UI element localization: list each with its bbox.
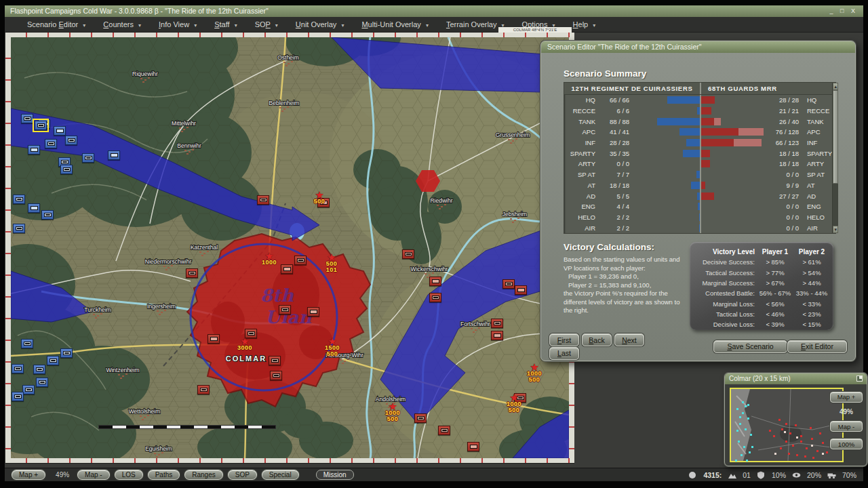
blue-unit-counter[interactable] <box>60 348 73 358</box>
red-unit-counter[interactable] <box>438 426 450 435</box>
minimap-title-bar[interactable]: Colmar (20 x 15 km) <box>725 373 867 384</box>
red-unit-counter[interactable] <box>294 256 307 265</box>
blue-unit-counter[interactable] <box>21 114 33 123</box>
dialog-button-row: FirstBackNextLast Save Scenario Exit Edi… <box>549 340 847 353</box>
menu-item-sop[interactable]: SOP ▾ <box>246 20 287 28</box>
menu-item-counters[interactable]: Counters ▾ <box>94 20 150 28</box>
menu-item-unit-overlay[interactable]: Unit Overlay ▾ <box>287 20 353 28</box>
paths-button[interactable]: Paths <box>148 470 180 480</box>
blue-unit-counter[interactable] <box>47 356 59 365</box>
menu-item-multi-unit-overlay[interactable]: Multi-Unit Overlay ▾ <box>353 20 437 28</box>
red-unit-counter[interactable] <box>269 356 281 365</box>
tank-unit-symbol-icon <box>271 359 279 363</box>
victory-table-row: Marginal Success:> 67%> 44% <box>692 278 828 288</box>
red-unit-counter[interactable] <box>257 195 269 205</box>
map--button[interactable]: Map + <box>12 470 45 480</box>
blue-unit-counter[interactable] <box>60 165 73 174</box>
save-scenario-button[interactable]: Save Scenario <box>713 340 787 353</box>
map--button[interactable]: Map - <box>77 470 110 480</box>
scroll-up-icon[interactable]: ▲ <box>833 83 838 90</box>
blue-unit-counter[interactable] <box>82 153 94 163</box>
sop-button[interactable]: SOP <box>228 470 257 480</box>
red-unit-counter[interactable] <box>270 371 282 380</box>
red-unit-counter[interactable] <box>491 319 503 328</box>
minimap-blue-unit-dot <box>747 404 749 406</box>
victory-point-marker: ★1000 <box>257 252 281 266</box>
chevron-down-icon: ▾ <box>593 22 595 28</box>
red-unit-counter[interactable] <box>429 277 441 286</box>
red-unit-counter[interactable] <box>467 442 479 451</box>
scrollbar-thumb[interactable] <box>833 90 838 184</box>
red-unit-counter[interactable] <box>208 334 220 344</box>
table-scrollbar[interactable]: ▲ ▼ <box>832 83 838 233</box>
victory-table-row: Decisive Success:> 85%> 61% <box>692 257 828 267</box>
blue-unit-counter[interactable] <box>22 385 35 394</box>
dialog-title-bar[interactable]: Scenario Editor "The Ride of the 12th Cu… <box>541 41 855 53</box>
back-button[interactable]: Back <box>582 333 612 346</box>
minimap-zoom-out-button[interactable]: Map - <box>830 421 863 432</box>
minimize-icon[interactable]: _ <box>830 7 836 14</box>
minimap-hq-dot <box>774 453 776 455</box>
red-unit-counter[interactable] <box>502 279 515 289</box>
blue-unit-counter[interactable] <box>45 139 57 148</box>
blue-unit-counter[interactable] <box>41 210 54 220</box>
minimap-zoom-reset-button[interactable]: 100% <box>830 439 863 449</box>
menu-item-info-view[interactable]: Info View ▾ <box>150 20 205 28</box>
los-button[interactable]: LOS <box>115 470 143 480</box>
force-table-header: 12TH REGIMENT DE CUIRASSIERS 68TH GUARDS… <box>564 83 832 95</box>
minimap-thumbnail[interactable] <box>730 388 844 462</box>
red-unit-counter[interactable] <box>491 331 503 340</box>
map-ruler-left <box>5 37 11 458</box>
minimap-zoom-in-button[interactable]: Map + <box>830 392 863 403</box>
red-unit-counter[interactable] <box>279 305 291 314</box>
minimap-red-unit-dot <box>816 450 818 452</box>
blue-unit-counter[interactable] <box>108 150 120 160</box>
blue-unit-counter[interactable] <box>36 378 48 387</box>
red-unit-counter[interactable] <box>307 307 319 317</box>
bottom-toolbar: Map +49%Map -LOSPathsRangesSOPSpecial Mi… <box>5 468 863 481</box>
close-icon[interactable]: X <box>851 7 858 14</box>
red-unit-counter[interactable] <box>186 268 198 278</box>
hq-unit-symbol-icon <box>273 373 280 378</box>
tank-unit-symbol-icon <box>417 416 425 420</box>
blue-unit-counter[interactable] <box>28 203 40 213</box>
minimap-red-unit-dot <box>780 447 782 449</box>
minimap-red-unit-dot <box>812 457 814 459</box>
exit-editor-button[interactable]: Exit Editor <box>787 340 847 353</box>
hq-unit-symbol-icon <box>37 123 45 127</box>
blue-unit-counter[interactable] <box>13 224 25 233</box>
red-unit-counter[interactable] <box>281 264 293 274</box>
first-button[interactable]: First <box>549 333 579 346</box>
red-unit-counter[interactable] <box>429 293 441 302</box>
blue-unit-counter[interactable] <box>33 365 45 374</box>
red-unit-counter[interactable] <box>402 249 414 259</box>
mission-toggle-button[interactable]: Mission <box>316 470 354 480</box>
tank-unit-symbol-icon <box>200 388 208 392</box>
blue-unit-counter[interactable] <box>35 121 47 130</box>
blue-unit-counter[interactable] <box>12 392 24 401</box>
last-button[interactable]: Last <box>549 347 579 360</box>
minimap-blue-unit-dot <box>745 405 747 407</box>
maximize-icon[interactable]: □ <box>840 7 846 14</box>
blue-unit-counter[interactable] <box>13 195 25 204</box>
menu-item-scenario-editor[interactable]: Scenario Editor ▾ <box>18 20 94 28</box>
blue-unit-counter[interactable] <box>28 145 40 155</box>
window-controls[interactable]: _ □ X <box>830 5 859 17</box>
minimap-blue-unit-dot <box>749 451 751 453</box>
victory-table-row: Marginal Loss:< 56%< 33% <box>692 298 828 308</box>
red-unit-counter[interactable] <box>515 285 527 295</box>
minimap-red-unit-dot <box>781 428 783 430</box>
scroll-down-icon[interactable]: ▼ <box>833 226 838 233</box>
blue-unit-counter[interactable] <box>12 364 24 373</box>
menu-item-staff[interactable]: Staff ▾ <box>205 20 246 28</box>
blue-unit-counter[interactable] <box>21 339 33 348</box>
special-button[interactable]: Special <box>262 470 299 480</box>
ranges-button[interactable]: Ranges <box>184 470 222 480</box>
blue-unit-counter[interactable] <box>54 126 66 136</box>
red-unit-counter[interactable] <box>197 385 210 394</box>
blue-unit-counter[interactable] <box>65 136 77 145</box>
force-table-row: HQ66 / 6628 / 28HQ <box>564 95 832 106</box>
next-button[interactable]: Next <box>614 333 644 346</box>
minimap-popout-icon[interactable] <box>856 375 863 382</box>
red-unit-counter[interactable] <box>414 413 427 423</box>
